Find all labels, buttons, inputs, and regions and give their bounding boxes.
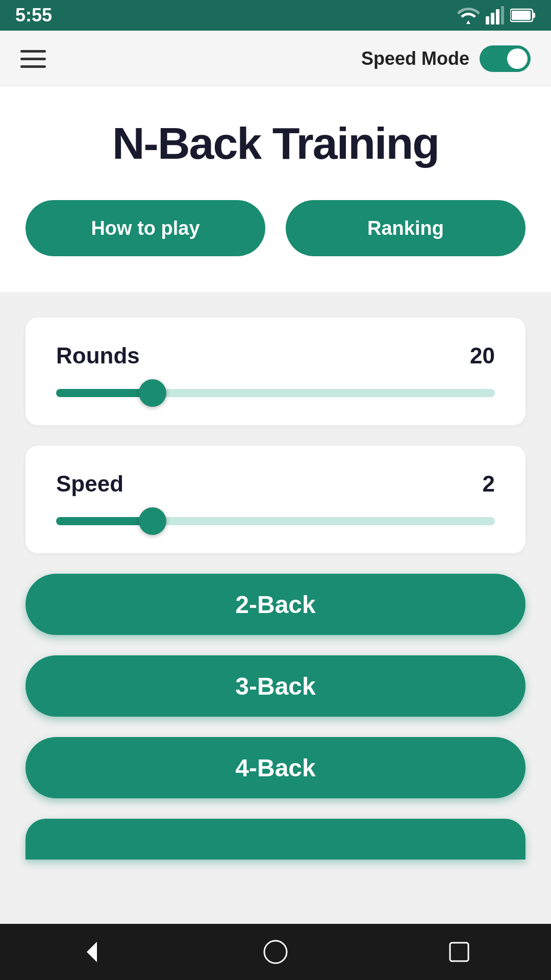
svg-rect-5 bbox=[533, 13, 535, 18]
wifi-icon bbox=[457, 7, 480, 24]
speed-label: Speed bbox=[56, 471, 123, 497]
rounds-slider-fill bbox=[56, 389, 153, 397]
battery-icon bbox=[510, 8, 536, 22]
top-bar: Speed Mode bbox=[0, 31, 551, 87]
speed-mode-label: Speed Mode bbox=[361, 48, 469, 69]
rounds-slider-card: Rounds 20 bbox=[26, 317, 525, 425]
nav-home-button[interactable] bbox=[255, 932, 296, 972]
svg-rect-6 bbox=[512, 11, 531, 20]
nav-bar bbox=[0, 924, 551, 980]
svg-marker-7 bbox=[87, 942, 97, 962]
three-back-button[interactable]: 3-Back bbox=[26, 655, 525, 717]
hero-section: N-Back Training How to play Ranking bbox=[0, 87, 551, 292]
four-back-button[interactable]: 4-Back bbox=[26, 737, 525, 798]
hamburger-line-3 bbox=[20, 65, 46, 68]
signal-icon bbox=[486, 6, 504, 24]
rounds-slider-header: Rounds 20 bbox=[56, 343, 495, 369]
nav-recents-button[interactable] bbox=[439, 932, 480, 972]
speed-slider-header: Speed 2 bbox=[56, 471, 495, 497]
speed-value: 2 bbox=[483, 471, 495, 497]
speed-mode-container: Speed Mode bbox=[361, 45, 531, 72]
status-time: 5:55 bbox=[15, 5, 52, 26]
rounds-value: 20 bbox=[470, 343, 495, 369]
speed-slider-fill bbox=[56, 517, 153, 525]
rounds-slider-track[interactable] bbox=[56, 389, 495, 397]
svg-rect-2 bbox=[496, 9, 499, 24]
ranking-button[interactable]: Ranking bbox=[286, 200, 525, 256]
hamburger-line-2 bbox=[20, 58, 46, 60]
status-bar: 5:55 bbox=[0, 0, 551, 31]
two-back-button[interactable]: 2-Back bbox=[26, 574, 525, 635]
svg-rect-9 bbox=[450, 943, 468, 961]
svg-point-8 bbox=[264, 941, 287, 963]
back-icon bbox=[79, 939, 105, 965]
hamburger-menu-button[interactable] bbox=[20, 50, 46, 68]
nav-back-button[interactable] bbox=[71, 932, 112, 972]
app-title: N-Back Training bbox=[26, 117, 525, 169]
rounds-label: Rounds bbox=[56, 343, 140, 369]
main-content: Rounds 20 Speed 2 2-Back 3-Back 4-Back bbox=[0, 292, 551, 924]
next-button-partial bbox=[26, 819, 525, 860]
speed-mode-toggle[interactable] bbox=[480, 45, 531, 72]
hamburger-line-1 bbox=[20, 50, 46, 53]
how-to-play-button[interactable]: How to play bbox=[26, 200, 265, 256]
svg-rect-3 bbox=[501, 6, 504, 24]
home-icon bbox=[263, 939, 288, 965]
speed-slider-card: Speed 2 bbox=[26, 446, 525, 553]
status-icons bbox=[457, 6, 536, 24]
hero-buttons: How to play Ranking bbox=[26, 200, 525, 256]
speed-slider-track[interactable] bbox=[56, 517, 495, 525]
svg-rect-0 bbox=[486, 16, 489, 24]
svg-rect-1 bbox=[491, 13, 494, 24]
speed-slider-thumb[interactable] bbox=[139, 507, 166, 535]
rounds-slider-thumb[interactable] bbox=[139, 379, 166, 407]
recents-icon bbox=[448, 941, 470, 963]
